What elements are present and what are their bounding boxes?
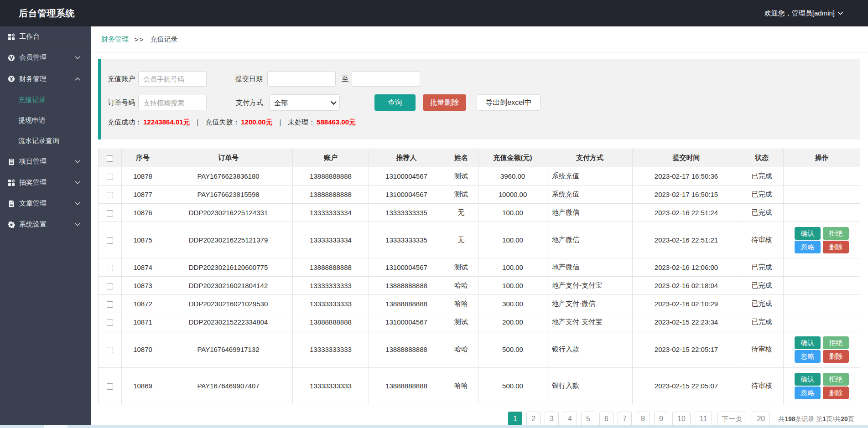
cell-id: 10872	[122, 295, 164, 313]
row-checkbox[interactable]	[107, 347, 113, 353]
row-checkbox[interactable]	[107, 210, 113, 217]
sidebar-item-财务管理[interactable]: 财务管理	[0, 68, 91, 89]
cell-status: 已完成	[740, 167, 784, 186]
horizontal-scrollbar[interactable]	[0, 425, 868, 428]
chevron-down-icon	[75, 181, 80, 184]
page-button-20[interactable]: 20	[752, 412, 770, 426]
cell-method: 地产微信	[547, 222, 633, 258]
cell-time: 2023-02-17 16:50:36	[633, 167, 740, 186]
sidebar-item-文章管理[interactable]: 文章管理	[0, 193, 91, 214]
cell-method: 系统充值	[547, 167, 633, 186]
cell-referrer: 13333333335	[369, 222, 444, 258]
page-button-5[interactable]: 5	[581, 412, 595, 426]
action-buttons: 确认拒绝忽略删除	[795, 373, 849, 399]
cell-amount: 200.00	[478, 313, 547, 331]
export-excel-button[interactable]: 导出到excel中	[477, 94, 541, 111]
chevron-down-icon	[75, 202, 80, 205]
pagination: 1234567891011下一页20共198条记录 第1页/共20页	[508, 412, 854, 426]
date-from-input[interactable]	[267, 71, 336, 87]
row-checkbox[interactable]	[107, 237, 113, 244]
order-input[interactable]	[138, 95, 207, 110]
grid-icon	[8, 179, 15, 186]
cell-actions	[784, 204, 860, 222]
table-row: 10871DDP20230215222334804138888888881310…	[99, 313, 860, 331]
summary-value: 1200.00元	[241, 118, 272, 127]
page-button-4[interactable]: 4	[563, 412, 577, 426]
column-header-推荐人: 推荐人	[369, 149, 444, 167]
sidebar-item-项目管理[interactable]: 项目管理	[0, 151, 91, 172]
row-checkbox[interactable]	[107, 383, 113, 390]
column-header-订单号: 订单号	[164, 149, 293, 167]
page-button-7[interactable]: 7	[618, 412, 632, 426]
page-button-10[interactable]: 10	[672, 412, 691, 426]
user-menu[interactable]: 欢迎您，管理员[admin]	[764, 0, 843, 26]
confirm-button[interactable]: 确认	[795, 227, 821, 240]
sidebar-item-系统设置[interactable]: 系统设置	[0, 214, 91, 235]
cell-id: 10878	[122, 167, 164, 186]
row-select-cell	[99, 313, 122, 331]
cell-amount: 100.00	[478, 277, 547, 295]
column-header-姓名: 姓名	[444, 149, 478, 167]
sidebar-subitem-充值记录[interactable]: 充值记录	[0, 89, 91, 110]
row-checkbox[interactable]	[107, 301, 113, 308]
cell-referrer: 13100004567	[369, 186, 444, 204]
sidebar-subitem-提现申请[interactable]: 提现申请	[0, 110, 91, 130]
page-button-9[interactable]: 9	[654, 412, 668, 426]
row-select-cell	[99, 331, 122, 368]
sidebar-item-工作台[interactable]: 工作台	[0, 26, 91, 47]
cell-account: 13888888888	[293, 313, 369, 331]
row-checkbox[interactable]	[107, 192, 113, 198]
cell-name: 哈哈	[444, 277, 478, 295]
reject-button[interactable]: 拒绝	[823, 373, 849, 386]
grid-icon	[8, 33, 15, 41]
batch-delete-button[interactable]: 批量删除	[423, 94, 466, 111]
account-input[interactable]	[138, 71, 207, 87]
reject-button[interactable]: 拒绝	[823, 336, 849, 349]
cell-account: 13333333334	[293, 222, 369, 258]
next-page-button[interactable]: 下一页	[717, 412, 746, 426]
ignore-button[interactable]: 忽略	[795, 387, 821, 399]
delete-button[interactable]: 删除	[823, 350, 849, 363]
pagination-info: 共198条记录 第1页/共20页	[778, 412, 854, 426]
row-checkbox[interactable]	[107, 320, 113, 326]
select-all-checkbox[interactable]	[107, 155, 113, 162]
cell-amount: 500.00	[478, 331, 547, 368]
search-button[interactable]: 查询	[374, 94, 416, 111]
finance-icon	[8, 75, 15, 83]
page-button-8[interactable]: 8	[636, 412, 650, 426]
pay-method-label: 支付方式	[236, 95, 263, 110]
row-checkbox[interactable]	[107, 283, 113, 289]
cell-id: 10869	[122, 368, 164, 404]
reject-button[interactable]: 拒绝	[823, 227, 849, 240]
date-label: 提交日期	[235, 71, 263, 87]
summary-value: 588463.00元	[317, 118, 356, 127]
summary-row: 充值成功：12243864.01元|充值失败：1200.00元|未处理：5884…	[108, 118, 356, 127]
row-checkbox[interactable]	[107, 174, 113, 180]
sidebar-item-抽奖管理[interactable]: 抽奖管理	[0, 172, 91, 193]
page-button-1[interactable]: 1	[508, 412, 522, 426]
cell-name: 测试	[444, 258, 478, 277]
table-row: 10875DDP20230216225121379133333333341333…	[99, 222, 860, 258]
row-checkbox[interactable]	[107, 265, 113, 271]
cell-name: 无	[444, 204, 478, 222]
cell-method: 系统充值	[547, 186, 633, 204]
cell-actions	[784, 277, 860, 295]
ignore-button[interactable]: 忽略	[795, 241, 821, 253]
breadcrumb-parent-link[interactable]: 财务管理	[101, 35, 129, 44]
table-row: 10877PAY16766238155981388888888813100004…	[99, 186, 860, 204]
pay-method-select[interactable]: 全部	[269, 94, 340, 111]
delete-button[interactable]: 删除	[823, 387, 849, 399]
confirm-button[interactable]: 确认	[795, 373, 821, 386]
page-button-6[interactable]: 6	[599, 412, 613, 426]
sidebar-subitem-流水记录查询[interactable]: 流水记录查询	[0, 130, 91, 151]
page-button-11[interactable]: 11	[695, 412, 712, 426]
sidebar-item-会员管理[interactable]: 会员管理	[0, 47, 91, 68]
column-header-账户: 账户	[293, 149, 369, 167]
delete-button[interactable]: 删除	[823, 241, 849, 253]
ignore-button[interactable]: 忽略	[795, 350, 821, 363]
date-to-input[interactable]	[352, 71, 420, 87]
cell-referrer: 13888888888	[369, 368, 444, 404]
page-button-2[interactable]: 2	[526, 412, 541, 426]
page-button-3[interactable]: 3	[545, 412, 559, 426]
confirm-button[interactable]: 确认	[795, 336, 821, 349]
